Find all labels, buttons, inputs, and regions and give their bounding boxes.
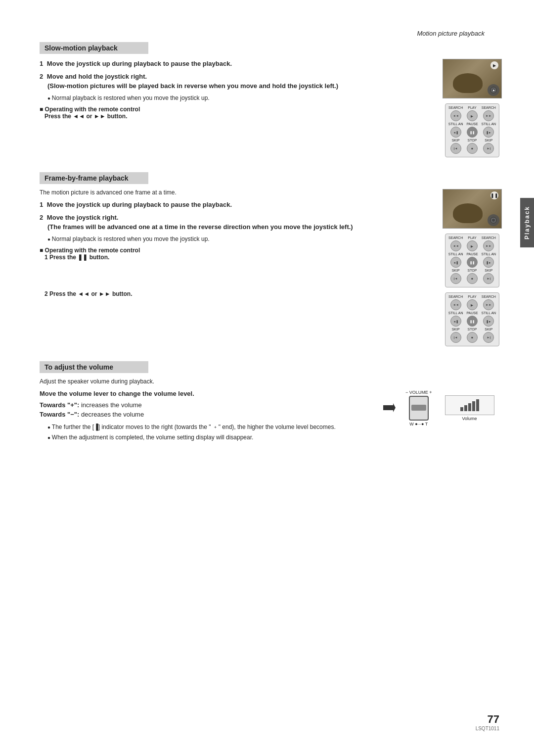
lever-dots-label: W ●···● T [409,422,428,426]
towards-minus-row: Towards "−": decreases the volume [40,411,371,418]
slow-motion-header: Slow-motion playback [40,42,148,54]
frame-rc2-still-r[interactable]: ❚► [483,316,494,327]
frame-rc2-ff[interactable]: ►► [483,299,494,310]
vol-bar-1 [460,407,463,411]
frame-left: The motion picture is advanced one frame… [40,189,440,297]
frame-rc1-skip-l[interactable]: |◄ [450,273,461,284]
frame-remote-step2: 2 Press the ◄◄ or ►► button. [44,290,430,297]
frame-content: The motion picture is advanced one frame… [40,189,504,346]
frame-rc2-play[interactable]: ▶ [467,299,478,310]
volume-header: To adjust the volume [40,361,148,373]
frame-step-2-sub: (The frames will be advanced one at a ti… [47,222,430,232]
frame-remote-note: Operating with the remote control 1 Pres… [40,247,430,261]
remote-btn-stop[interactable]: ■ [467,143,478,154]
frame-rc1-still-r[interactable]: ❚► [483,257,494,268]
slow-step-2-text: Move and hold the joystick right. [47,73,147,80]
page-number-area: 77 LSQT1011 [476,713,499,731]
frame-rc2-skip-r[interactable]: ►| [483,332,494,343]
slow-step-2: 2 Move and hold the joystick right. (Slo… [40,72,430,91]
frame-header: Frame-by-frame playback [40,172,148,184]
lever-knob [411,405,426,411]
frame-thumbnail: ❚❚ [443,189,502,229]
vol-bar-5 [476,399,479,411]
frame-step-1: 1 Move the joystick up during playback t… [40,200,430,210]
frame-rc2-rew[interactable]: ◄◄ [450,299,461,310]
remote-btn-still-r[interactable]: ❚► [483,127,494,138]
volume-bullet-2: When the adjustment is completed, the vo… [47,433,371,442]
frame-remote-step2-wrapper: 2 Press the ◄◄ or ►► button. [40,290,430,297]
side-tab-playback: Playback [520,198,534,247]
vol-bar-area [460,399,479,411]
vol-bar-2 [464,405,467,411]
volume-lever-label: − VOLUME + [405,390,432,395]
svg-point-4 [492,219,495,222]
slow-motion-thumbnail: ▶ ▶ [443,59,502,98]
frame-remote-ctrl-2: SEARCH PLAY SEARCH ◄◄ ▶ ►► STILL AN PAUS… [445,292,499,346]
frame-step-2: 2 Move the joystick right. (The frames w… [40,213,430,232]
slow-remote-header: Operating with the remote control [40,106,430,113]
remote-btn-skip-r[interactable]: ►| [483,143,494,154]
towards-plus-row: Towards "+": increases the volume [40,401,371,409]
frame-remote-header: Operating with the remote control [40,247,430,254]
frame-rc1-pause[interactable]: ❚❚ [467,257,478,268]
frame-step-1-num: 1 [40,201,43,208]
volume-instruction: Move the volume lever to change the volu… [40,390,371,397]
remote-bot-buttons: |◄ ■ ►| [447,143,497,154]
slow-motion-section: Slow-motion playback 1 Move the joystick… [40,42,504,157]
remote-btn-ff[interactable]: ►► [483,110,494,121]
volume-left: Move the volume lever to change the volu… [40,390,381,444]
frame-by-frame-section: Frame-by-frame playback The motion pictu… [40,172,504,346]
frame-rc1-still-l[interactable]: ◄❚ [450,257,461,268]
remote-label-search-r: SEARCH [481,106,497,109]
frame-rc1-play[interactable]: ▶ [467,240,478,251]
frame-step-1-text: Move the joystick up during playback to … [47,201,232,208]
towards-plus-text: increases the volume [81,401,142,409]
slow-bullet: Normal playback is restored when you mov… [47,94,430,102]
page-title: Motion picture playback [417,30,485,37]
volume-section: To adjust the volume Adjust the speaker … [40,361,504,444]
remote-mid-buttons: ◄❚ ❚❚ ❚► [447,127,497,138]
slow-motion-left: 1 Move the joystick up during playback t… [40,59,440,122]
slow-remote-ctrl: SEARCH PLAY SEARCH ◄◄ ▶ ►► STILL AN PAUS… [445,103,499,157]
remote-btn-pause[interactable]: ❚❚ [467,127,478,138]
frame-rc1-rew[interactable]: ◄◄ [450,240,461,251]
frame-intro: The motion picture is advanced one frame… [40,189,430,196]
remote-btn-skip-l[interactable]: |◄ [450,143,461,154]
volume-arrow-icon [381,400,396,417]
slow-motion-right: ▶ ▶ SEARCH PLAY SEARCH [440,59,504,157]
vol-display-box [445,395,494,415]
frame-rc1-stop[interactable]: ■ [467,273,478,284]
towards-plus-label: Towards "+": [40,401,79,409]
slow-step-2-num: 2 [40,73,43,80]
frame-rc2-still-l[interactable]: ◄❚ [450,316,461,327]
side-tab-label: Playback [524,206,531,239]
play-icon: ▶ [490,61,498,69]
frame-rc2-pause[interactable]: ❚❚ [467,316,478,327]
vol-bar-4 [472,401,475,411]
frame-play-icon: ❚❚ [490,191,498,199]
svg-marker-5 [383,403,396,412]
joystick-icon: ▶ [488,84,499,96]
remote-btn-play[interactable]: ▶ [467,110,478,121]
remote-btn-rew[interactable]: ◄◄ [450,110,461,121]
slow-step-1: 1 Move the joystick up during playback t… [40,59,430,69]
remote-btn-still-l[interactable]: ◄❚ [450,127,461,138]
remote-top-buttons: ◄◄ ▶ ►► [447,110,497,121]
page-number: 77 [476,713,499,726]
frame-joystick-icon [488,214,499,226]
volume-instruction-text: Move the volume lever to change the volu… [40,390,194,397]
volume-right: − VOLUME + W ●···● T [381,390,504,426]
frame-remote-step1: 1 Press the ❚❚ button. [44,254,430,261]
frame-rc2-stop[interactable]: ■ [467,332,478,343]
frame-rc2-skip-l[interactable]: |◄ [450,332,461,343]
frame-rc1-ff[interactable]: ►► [483,240,494,251]
frame-rc1-skip-r[interactable]: ►| [483,273,494,284]
svg-text:▶: ▶ [493,89,495,92]
frame-right: ❚❚ SEARCH PLAY SEARCH [440,189,504,346]
towards-minus-label: Towards "−": [40,411,79,418]
volume-display: Volume [445,395,494,421]
remote-label-search-l: SEARCH [447,106,464,109]
page-container: Motion picture playback Slow-motion play… [0,0,534,756]
slow-step-1-num: 1 [40,60,43,67]
slow-step-2-sub: (Slow-motion pictures will be played bac… [47,81,430,91]
